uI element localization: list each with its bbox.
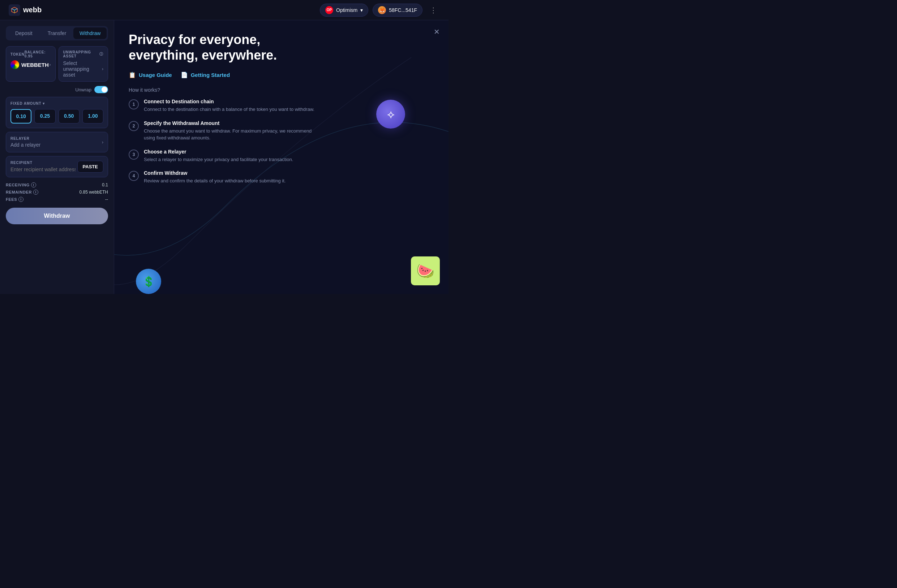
guide-tabs: 📋 Usage Guide 📄 Getting Started — [129, 72, 434, 80]
step-4-title: Confirm Withdraw — [144, 170, 286, 176]
nav-right: OP Optimism ▾ 🦊 58FC...541F ⋮ — [320, 4, 440, 17]
eth-orb-decoration: ⟡ — [376, 100, 405, 128]
right-panel: ✕ Privacy for everyone, everything, ever… — [114, 20, 448, 294]
toggle-knob — [101, 87, 107, 92]
amount-btn-2[interactable]: 0.50 — [58, 109, 80, 124]
unwrapping-placeholder: Select unwrapping asset — [63, 60, 102, 78]
amount-section: FIXED AMOUNT ▾ 0.10 0.25 0.50 1.00 — [6, 97, 108, 128]
step-1-content: Connect to Destination chain Connect to … — [144, 99, 314, 113]
pixel-character-decoration: 🍉 — [411, 257, 440, 285]
wallet-address: 58FC...541F — [389, 7, 417, 13]
relayer-placeholder: Add a relayer — [11, 142, 40, 148]
amount-btn-3[interactable]: 1.00 — [83, 109, 103, 124]
receiving-key: RECEIVING i — [6, 182, 36, 188]
chain-chevron-icon: ▾ — [360, 7, 363, 13]
relayer-content: RELAYER Add a relayer — [11, 136, 40, 148]
step-3: 3 Choose a Relayer Select a relayer to m… — [129, 149, 434, 163]
step-2-description: Choose the amount you want to withdraw. … — [144, 127, 317, 142]
token-chevron-icon: › — [49, 62, 51, 67]
recipient-input[interactable] — [11, 166, 75, 172]
unwrapping-label: UNWRAPPING ASSET ⓘ — [63, 50, 104, 58]
main-layout: Deposit Transfer Withdraw TOKEN BALANCE:… — [0, 20, 448, 294]
relayer-box[interactable]: RELAYER Add a relayer › — [6, 132, 108, 153]
step-1-title: Connect to Destination chain — [144, 99, 314, 104]
token-box[interactable]: TOKEN BALANCE: 0.95 WEBBETH › — [6, 46, 56, 82]
step-4: 4 Confirm Withdraw Review and confirm th… — [129, 170, 434, 185]
how-it-works-label: How it works? — [129, 87, 434, 93]
left-panel: Deposit Transfer Withdraw TOKEN BALANCE:… — [0, 20, 114, 294]
step-2-content: Specify the Withdrawal Amount Choose the… — [144, 120, 317, 142]
step-4-description: Review and confirm the details of your w… — [144, 177, 286, 185]
hero-title: Privacy for everyone, everything, everyw… — [129, 32, 331, 63]
tab-getting-started[interactable]: 📄 Getting Started — [181, 72, 230, 80]
step-3-number: 3 — [129, 150, 139, 160]
getting-started-icon: 📄 — [181, 72, 188, 78]
amount-label: FIXED AMOUNT ▾ — [11, 101, 103, 105]
recipient-left: RECIPIENT — [11, 161, 75, 173]
relayer-chevron-icon: › — [102, 140, 103, 145]
eth-symbol: ⟡ — [387, 108, 395, 121]
logo-icon — [9, 5, 20, 16]
unwrap-label: Unwrap — [75, 87, 92, 92]
receiving-info-icon: i — [31, 182, 36, 188]
receiving-value: 0.1 — [102, 182, 108, 188]
info-rows: RECEIVING i 0.1 REMAINDER i 0.85 webbETH… — [6, 182, 108, 202]
fees-row: FEES i -- — [6, 197, 108, 202]
remainder-value: 0.85 webbETH — [80, 189, 108, 195]
amount-dropdown[interactable]: FIXED AMOUNT ▾ — [11, 101, 45, 105]
tab-withdraw[interactable]: Withdraw — [73, 27, 107, 39]
logo: webb — [9, 5, 41, 16]
step-4-content: Confirm Withdraw Review and confirm the … — [144, 170, 286, 185]
tab-deposit[interactable]: Deposit — [7, 27, 40, 39]
coin-orb-decoration: 💲 — [136, 269, 161, 294]
amount-btn-1[interactable]: 0.25 — [34, 109, 55, 124]
token-row: TOKEN BALANCE: 0.95 WEBBETH › UNWRAPPING… — [6, 46, 108, 82]
fees-info-icon: i — [18, 197, 23, 202]
token-icon — [11, 60, 19, 69]
getting-started-label: Getting Started — [191, 72, 230, 78]
receiving-row: RECEIVING i 0.1 — [6, 182, 108, 188]
unwrapping-chevron-icon: › — [102, 66, 103, 72]
close-button[interactable]: ✕ — [434, 27, 440, 36]
token-value-row: WEBBETH › — [11, 60, 51, 69]
info-icon: ⓘ — [99, 52, 103, 57]
more-options-button[interactable]: ⋮ — [427, 5, 440, 16]
step-3-title: Choose a Relayer — [144, 149, 293, 154]
token-name: WEBBETH — [21, 62, 49, 68]
step-2-title: Specify the Withdrawal Amount — [144, 120, 317, 126]
remainder-row: REMAINDER i 0.85 webbETH — [6, 189, 108, 195]
wallet-button[interactable]: 🦊 58FC...541F — [373, 4, 422, 17]
step-4-number: 4 — [129, 171, 139, 181]
step-3-description: Select a relayer to maximize your privac… — [144, 156, 293, 163]
logo-text: webb — [23, 6, 41, 14]
step-1-number: 1 — [129, 99, 139, 110]
tab-usage-guide[interactable]: 📋 Usage Guide — [129, 72, 172, 80]
token-inner: WEBBETH — [11, 60, 49, 69]
op-indicator: OP — [325, 6, 333, 14]
token-label: TOKEN BALANCE: 0.95 — [11, 50, 51, 58]
fees-key: FEES i — [6, 197, 23, 202]
recipient-label: RECIPIENT — [11, 161, 75, 165]
step-1-description: Connect to the destination chain with a … — [144, 106, 314, 113]
unwrapping-value-row: Select unwrapping asset › — [63, 60, 104, 78]
unwrap-toggle[interactable] — [94, 86, 108, 93]
amount-chevron-icon: ▾ — [43, 101, 45, 105]
amount-grid: 0.10 0.25 0.50 1.00 — [11, 109, 103, 124]
withdraw-button[interactable]: Withdraw — [6, 208, 108, 224]
unwrapping-asset-box[interactable]: UNWRAPPING ASSET ⓘ Select unwrapping ass… — [58, 46, 109, 82]
chain-selector-button[interactable]: OP Optimism ▾ — [320, 4, 368, 17]
amount-btn-0[interactable]: 0.10 — [11, 109, 31, 124]
step-3-content: Choose a Relayer Select a relayer to max… — [144, 149, 293, 163]
remainder-info-icon: i — [33, 189, 38, 195]
chain-label: Optimism — [336, 7, 357, 13]
paste-button[interactable]: PASTE — [77, 161, 103, 173]
balance-label: BALANCE: 0.95 — [24, 50, 51, 58]
topnav: webb OP Optimism ▾ 🦊 58FC...541F ⋮ — [0, 0, 448, 20]
tab-bar: Deposit Transfer Withdraw — [6, 26, 108, 40]
remainder-key: REMAINDER i — [6, 189, 38, 195]
tab-transfer[interactable]: Transfer — [40, 27, 74, 39]
unwrap-toggle-row: Unwrap — [6, 86, 108, 93]
recipient-box: RECIPIENT PASTE — [6, 156, 108, 177]
usage-guide-label: Usage Guide — [139, 72, 172, 78]
fees-value: -- — [105, 197, 108, 202]
